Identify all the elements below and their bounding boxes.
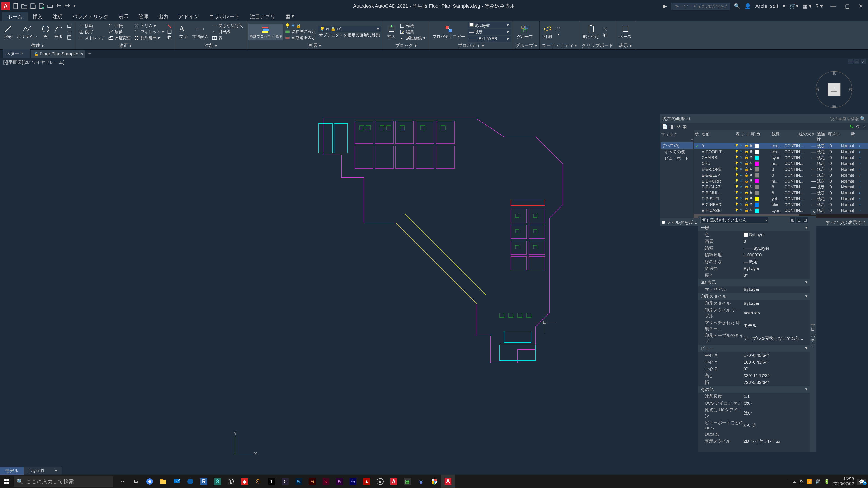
props-row[interactable]: 線種—— ByLayer [699,245,810,252]
tab-home[interactable]: ホーム [2,12,28,21]
autocad-running-icon[interactable]: A [441,475,455,488]
tab-manage[interactable]: 管理 [133,12,153,21]
layer-row[interactable]: E-B-SHEL 💡☀🔓🖶 yel... CONTIN... — 既定 0 No… [694,196,868,202]
vp-minimize-icon[interactable]: — [848,59,853,64]
explorer-icon[interactable] [156,475,170,488]
cortana-icon[interactable]: ○ [116,475,129,488]
props-section-header[interactable]: その他▾ [699,386,810,393]
props-row[interactable]: マテリアルByLayer [699,286,810,293]
props-section-header[interactable]: 3D 表示▾ [699,279,810,286]
open-icon[interactable] [21,3,28,9]
fonts-icon[interactable]: T [265,475,278,488]
ellipse-button[interactable] [66,29,73,35]
util-select-icon[interactable] [555,26,562,32]
tab-output[interactable]: 出力 [153,12,174,21]
layer-row[interactable]: E-B-FURR 💡☀🔓🖶 m... CONTIN... — 既定 0 Norm… [694,178,868,184]
discord-icon[interactable]: ◉ [414,475,428,488]
mirror-button[interactable]: 鏡像 [107,29,132,35]
lumion-icon[interactable]: Ⓛ [224,475,238,488]
start-tab[interactable]: スタート [3,49,30,58]
vp-restore-icon[interactable]: ▢ [855,59,860,64]
properties-close-icon[interactable]: ✕ [811,209,816,215]
maximize-button[interactable]: ▢ [841,3,854,9]
props-more-icon[interactable]: ▤ [802,217,808,223]
fillet-button[interactable]: フィレット ▾ [133,29,165,35]
match-layer-button[interactable]: オブジェクトを指定の画層に移動 [318,32,381,38]
layer-properties-button[interactable]: 画層プロパティ管理 [248,24,283,40]
block-edit-button[interactable]: 編集 [399,29,426,35]
save-icon[interactable] [30,3,36,9]
ucs-icon[interactable]: Y X [230,431,258,459]
layer-row[interactable]: CHAIRS 💡☀🔓🖶 cyan CONTIN... — 既定 0 Normal… [694,155,868,161]
layer-settings-icon[interactable]: ⚙ [856,124,860,129]
layer-row[interactable]: E-B-GLAZ 💡☀🔓🖶 8 CONTIN... — 既定 0 Normal … [694,184,868,190]
add-tab-button[interactable]: + [86,49,94,58]
layer-row[interactable]: ✓ 0 💡☀🔓🖶 wh... CONTIN... — 既定 0 Normal ▫ [694,143,868,149]
props-row[interactable]: UCS アイコン オンはい [699,400,810,407]
cut-icon[interactable] [602,26,609,32]
copy-button[interactable]: 複写 [78,29,106,35]
linear-dim-button[interactable]: 長さ寸法記入 [211,23,244,29]
bandicam-icon[interactable]: ▦ [401,475,414,488]
base-view-button[interactable]: ベース [618,24,633,40]
layer-new-icon[interactable]: 📄 [662,124,668,129]
move-button[interactable]: 移動 [78,23,106,29]
util-point-icon[interactable] [555,32,562,37]
help-search-input[interactable] [671,3,730,10]
stretch-button[interactable]: ストレッチ [78,35,106,41]
qat-dropdown-icon[interactable]: ▼ [73,3,79,9]
props-row[interactable]: 線種尺度1.000000 [699,252,810,258]
props-row[interactable]: 線の太さ— 既定 [699,258,810,265]
props-row[interactable]: 厚さ0" [699,272,810,279]
layer-delete-icon[interactable]: 🗑 [670,124,674,129]
layer-row[interactable]: CPU 💡☀🔓🖶 m... CONTIN... — 既定 0 Normal ▫ [694,161,868,166]
tray-battery-icon[interactable]: 🔋 [824,479,829,484]
explode-icon[interactable] [166,29,173,35]
plot-icon[interactable] [47,3,53,9]
props-section-header[interactable]: ビュー▾ [699,345,810,352]
props-row[interactable]: 透過性ByLayer [699,265,810,272]
properties-sidebar-label[interactable]: プロパティ [810,216,816,452]
layout-add[interactable]: + [50,467,62,475]
offset-icon[interactable] [166,35,173,40]
tray-notifications[interactable]: 💬2 [857,479,866,485]
sketchup-icon[interactable]: ◆ [238,475,251,488]
props-row[interactable]: UCS 名 [699,431,810,438]
tray-ime-icon[interactable]: あ [799,479,804,484]
tray-clock[interactable]: 16:58 2020/07/02 [833,477,854,486]
leader-button[interactable]: 引出線 [211,29,244,35]
erase-icon[interactable] [166,24,173,29]
user-name[interactable]: Archi_soft [755,3,778,9]
start-button[interactable] [0,475,13,488]
props-row[interactable]: 中心 Z0" [699,365,810,372]
polyline-button[interactable]: ポリライン [16,24,38,40]
circle-button[interactable]: 円 [40,24,52,40]
insert-block-button[interactable]: 挿入 [385,24,397,40]
layer-help-icon[interactable]: ☼ [862,124,866,129]
layer-row[interactable]: E-F-CASE 💡☀🔓🖶 cyan CONTIN... — 既定 0 Norm… [694,207,868,214]
layout-1[interactable]: Layout1 [24,467,50,475]
chrome-icon[interactable] [143,475,156,488]
dimension-button[interactable]: 寸法記入 [191,24,210,40]
table-button[interactable]: 表 [211,35,244,41]
props-section-header[interactable]: 一般▾ [699,224,810,231]
minimize-button[interactable]: — [827,3,839,9]
tree-all[interactable]: すべて(A) [661,142,693,149]
new-icon[interactable] [13,3,19,9]
search-trigger-icon[interactable]: ▶ [663,3,667,9]
user-dropdown-icon[interactable]: ▾ [782,3,785,9]
tab-insert[interactable]: 挿入 [28,12,48,21]
layer-row[interactable]: E-B-CORE 💡☀🔓🖶 8 CONTIN... — 既定 0 Normal … [694,166,868,172]
user-icon[interactable]: 👤 [745,3,751,9]
saveas-icon[interactable] [38,3,45,9]
layer-filter-icon[interactable]: ▦ [683,124,687,129]
layer-row[interactable]: E-B-ELEV 💡☀🔓🖶 8 CONTIN... — 既定 0 Normal … [694,172,868,178]
props-row[interactable]: 表示スタイル2D ワイヤフレーム [699,438,810,445]
drawing-area[interactable]: [-][平面図][2D ワイヤフレーム] — ▢ ✕ 北 南 東 西 上 Y X [0,58,868,475]
photoshop-icon[interactable]: Ps [292,475,306,488]
scale-button[interactable]: 尺度変更 [107,35,132,41]
measure-button[interactable]: 計測 [542,24,554,40]
tree-used[interactable]: すべての使 [661,149,693,155]
attribute-edit-button[interactable]: a属性編集 ▾ [399,35,426,41]
premiere-icon[interactable]: Pr [333,475,346,488]
